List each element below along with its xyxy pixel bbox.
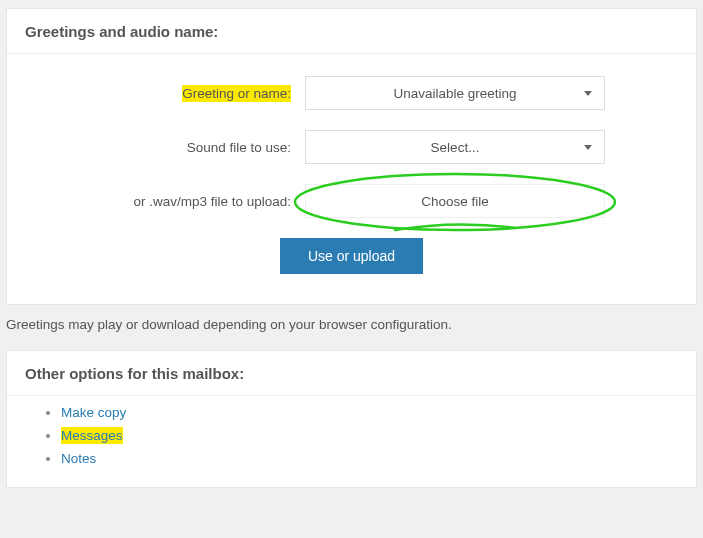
- browser-note: Greetings may play or download depending…: [0, 305, 703, 336]
- greetings-panel: Greetings and audio name: Greeting or na…: [6, 8, 697, 305]
- greeting-row: Greeting or name: Unavailable greeting: [25, 76, 678, 110]
- other-options-panel: Other options for this mailbox: Make cop…: [6, 350, 697, 488]
- greeting-select[interactable]: Unavailable greeting: [305, 76, 605, 110]
- messages-link-text: Messages: [61, 427, 123, 444]
- greetings-panel-header: Greetings and audio name:: [7, 9, 696, 54]
- choose-file-label: Choose file: [421, 194, 489, 209]
- greeting-label: Greeting or name:: [182, 85, 291, 102]
- notes-link[interactable]: Notes: [61, 451, 96, 466]
- list-item: Messages: [61, 425, 696, 448]
- list-item: Make copy: [61, 402, 696, 425]
- submit-row: Use or upload: [25, 238, 678, 274]
- soundfile-select[interactable]: Select...: [305, 130, 605, 164]
- greeting-select-value: Unavailable greeting: [393, 86, 516, 101]
- caret-down-icon: [584, 145, 592, 150]
- caret-down-icon: [584, 91, 592, 96]
- use-or-upload-button[interactable]: Use or upload: [280, 238, 423, 274]
- list-item: Notes: [61, 448, 696, 471]
- upload-label: or .wav/mp3 file to upload:: [25, 194, 305, 209]
- greetings-panel-body: Greeting or name: Unavailable greeting S…: [7, 54, 696, 304]
- other-options-header: Other options for this mailbox:: [7, 351, 696, 396]
- messages-link[interactable]: Messages: [61, 427, 123, 444]
- greetings-panel-title: Greetings and audio name:: [25, 23, 218, 40]
- other-options-list: Make copy Messages Notes: [61, 402, 696, 471]
- choose-file-button[interactable]: Choose file: [305, 184, 605, 218]
- greeting-label-cell: Greeting or name:: [25, 86, 305, 101]
- soundfile-row: Sound file to use: Select...: [25, 130, 678, 164]
- soundfile-label: Sound file to use:: [25, 140, 305, 155]
- upload-row: or .wav/mp3 file to upload: Choose file: [25, 184, 678, 218]
- soundfile-select-value: Select...: [431, 140, 480, 155]
- other-options-title: Other options for this mailbox:: [25, 365, 244, 382]
- make-copy-link[interactable]: Make copy: [61, 405, 126, 420]
